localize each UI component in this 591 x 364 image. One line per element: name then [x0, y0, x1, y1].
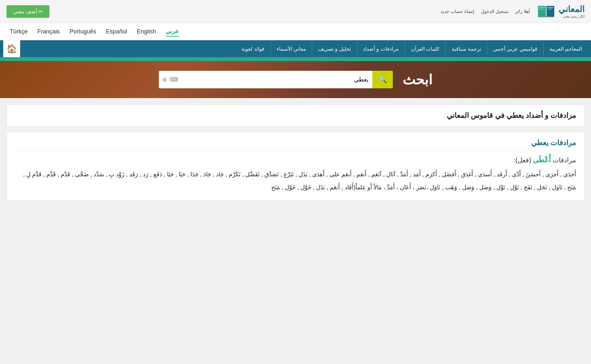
svg-marker-2 — [546, 6, 546, 17]
top-bar: المعاني لكل رسم معنى أهلا زائر تسجيل الد… — [0, 0, 591, 23]
logo-name: المعاني — [559, 4, 585, 14]
search-section: ابحث 🔍 ⌨ ⊗ — [0, 61, 591, 98]
keyboard-icon[interactable]: ⌨ — [170, 76, 178, 83]
nav-item-quran-words[interactable]: كلمات القرآن — [405, 41, 446, 57]
lang-turkish[interactable]: Türkçe — [10, 27, 28, 36]
home-icon[interactable]: 🏠 — [3, 40, 20, 57]
svg-rect-7 — [547, 9, 552, 9]
nav-item-arabic-dictionaries[interactable]: المعاجم العربية — [544, 41, 588, 57]
register-link[interactable]: إنشاء حساب جديد — [441, 9, 474, 14]
search-icon: 🔍 — [378, 75, 387, 83]
results-box: مرادفات يعطي مرادفات أَعْطَى (فعل): أَجد… — [6, 132, 585, 201]
logo-subtitle: لكل رسم معنى — [559, 14, 585, 19]
lang-spanish[interactable]: Español — [106, 27, 127, 36]
clear-icon[interactable]: ⊗ — [162, 76, 167, 83]
nav-item-arabic-foreign[interactable]: قواميس عربي أجنبي — [487, 41, 544, 57]
teal-strip — [0, 57, 591, 61]
login-link[interactable]: تسجيل الدخول — [481, 9, 508, 14]
search-title: ابحث — [403, 72, 432, 88]
lang-portuguese[interactable]: Português — [70, 27, 96, 36]
lang-arabic[interactable]: عربي — [166, 26, 179, 37]
synonyms-subtitle: مرادفات أَعْطَى (فعل): — [15, 156, 576, 164]
main-content: مرادفات و أضداد يعطي في قاموس المعاني مر… — [0, 98, 591, 212]
nav-items: المعاجم العربية قواميس عربي أجنبي ترجمة … — [20, 41, 588, 57]
synonyms-pos: (فعل): — [514, 157, 531, 164]
nav-item-names-meanings[interactable]: معاني الأسماء — [271, 41, 312, 57]
svg-rect-4 — [539, 7, 545, 8]
page-title: مرادفات و أضداد يعطي في قاموس المعاني — [15, 111, 576, 120]
greeting-text: أهلا زائر — [515, 9, 530, 14]
top-bar-right: المعاني لكل رسم معنى أهلا زائر تسجيل الد… — [441, 3, 585, 19]
lang-french[interactable]: Français — [37, 27, 60, 36]
search-input[interactable] — [181, 72, 372, 88]
svg-rect-5 — [539, 9, 544, 9]
synonyms-word: أَعْطَى — [533, 156, 551, 164]
language-bar: Türkçe Français Português Español Englis… — [0, 23, 591, 40]
logo-area: المعاني لكل رسم معنى — [536, 3, 585, 19]
search-button[interactable]: 🔍 — [372, 71, 393, 88]
lang-english[interactable]: English — [137, 27, 156, 36]
nav-bar: المعاجم العربية قواميس عربي أجنبي ترجمة … — [0, 40, 591, 57]
search-icons: ⌨ ⊗ — [159, 76, 181, 83]
results-section-title: مرادفات يعطي — [15, 139, 576, 151]
synonyms-label-prefix: مرادفات — [551, 157, 576, 164]
nav-item-analysis-conjugation[interactable]: تحليل و تصريف — [312, 41, 357, 57]
nav-item-linguistic-benefits[interactable]: فوائد لغوية — [236, 41, 270, 57]
synonyms-text: أَجدَى , أَجرَى , أَحسَنَ , أَدَّى , أَر… — [15, 168, 576, 194]
page-title-box: مرادفات و أضداد يعطي في قاموس المعاني — [6, 105, 585, 127]
top-links: أهلا زائر تسجيل الدخول إنشاء حساب جديد — [441, 9, 530, 14]
search-box: 🔍 ⌨ ⊗ — [159, 71, 393, 88]
logo-icon — [536, 3, 556, 19]
svg-rect-6 — [547, 7, 553, 8]
nav-item-contextual-translation[interactable]: ترجمة سياقية — [446, 41, 487, 57]
logo-text: المعاني لكل رسم معنى — [559, 4, 585, 19]
nav-item-synonyms-antonyms[interactable]: مرادفات و أضداد — [357, 41, 405, 57]
add-meaning-button[interactable]: ✏ أضف معنى — [6, 5, 49, 18]
